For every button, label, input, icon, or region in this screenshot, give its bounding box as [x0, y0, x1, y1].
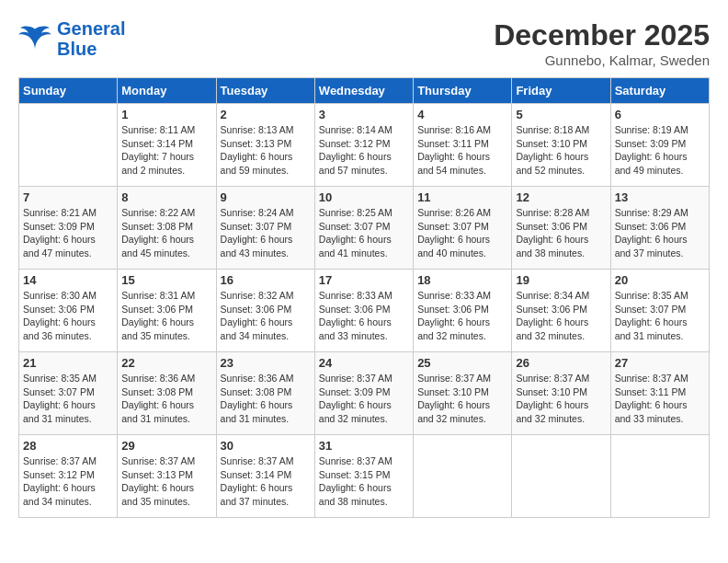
calendar-cell: 15Sunrise: 8:31 AM Sunset: 3:06 PM Dayli… — [118, 270, 216, 352]
day-number: 27 — [615, 356, 705, 370]
calendar-cell: 29Sunrise: 8:37 AM Sunset: 3:13 PM Dayli… — [118, 435, 216, 518]
calendar-header-row: SundayMondayTuesdayWednesdayThursdayFrid… — [19, 78, 710, 104]
day-info: Sunrise: 8:37 AM Sunset: 3:10 PM Dayligh… — [417, 372, 507, 426]
day-number: 9 — [221, 190, 311, 204]
calendar-cell: 7Sunrise: 8:21 AM Sunset: 3:09 PM Daylig… — [19, 187, 118, 270]
calendar-cell: 23Sunrise: 8:36 AM Sunset: 3:08 PM Dayli… — [216, 352, 314, 435]
day-number: 8 — [121, 190, 211, 204]
calendar-table: SundayMondayTuesdayWednesdayThursdayFrid… — [18, 77, 710, 518]
day-number: 31 — [319, 439, 409, 453]
day-info: Sunrise: 8:25 AM Sunset: 3:07 PM Dayligh… — [319, 206, 409, 260]
calendar-cell: 22Sunrise: 8:36 AM Sunset: 3:08 PM Dayli… — [118, 352, 216, 435]
day-number: 13 — [615, 190, 705, 204]
day-number: 25 — [417, 356, 507, 370]
day-header-monday: Monday — [118, 78, 216, 104]
calendar-cell: 5Sunrise: 8:18 AM Sunset: 3:10 PM Daylig… — [512, 104, 610, 187]
day-number: 23 — [221, 356, 311, 370]
day-number: 11 — [417, 190, 507, 204]
calendar-cell — [414, 435, 512, 518]
calendar-cell: 17Sunrise: 8:33 AM Sunset: 3:06 PM Dayli… — [314, 270, 413, 352]
day-info: Sunrise: 8:21 AM Sunset: 3:09 PM Dayligh… — [23, 206, 113, 260]
day-info: Sunrise: 8:37 AM Sunset: 3:12 PM Dayligh… — [23, 454, 113, 509]
day-info: Sunrise: 8:35 AM Sunset: 3:07 PM Dayligh… — [615, 289, 705, 343]
day-info: Sunrise: 8:33 AM Sunset: 3:06 PM Dayligh… — [417, 289, 507, 343]
day-number: 24 — [319, 356, 409, 370]
calendar-cell: 19Sunrise: 8:34 AM Sunset: 3:06 PM Dayli… — [512, 270, 610, 352]
calendar-cell: 26Sunrise: 8:37 AM Sunset: 3:10 PM Dayli… — [512, 352, 610, 435]
day-info: Sunrise: 8:29 AM Sunset: 3:06 PM Dayligh… — [615, 206, 705, 260]
day-number: 12 — [516, 190, 606, 204]
calendar-cell: 6Sunrise: 8:19 AM Sunset: 3:09 PM Daylig… — [610, 104, 709, 187]
day-info: Sunrise: 8:37 AM Sunset: 3:13 PM Dayligh… — [121, 454, 211, 509]
day-header-thursday: Thursday — [414, 78, 512, 104]
calendar-cell: 18Sunrise: 8:33 AM Sunset: 3:06 PM Dayli… — [414, 270, 512, 352]
day-info: Sunrise: 8:24 AM Sunset: 3:07 PM Dayligh… — [221, 206, 311, 260]
day-number: 19 — [516, 273, 606, 287]
day-number: 29 — [121, 439, 211, 453]
day-number: 10 — [319, 190, 409, 204]
day-number: 28 — [23, 439, 113, 453]
day-number: 5 — [516, 108, 606, 121]
day-info: Sunrise: 8:28 AM Sunset: 3:06 PM Dayligh… — [516, 206, 606, 260]
calendar-cell: 1Sunrise: 8:11 AM Sunset: 3:14 PM Daylig… — [118, 104, 216, 187]
day-number: 22 — [121, 356, 211, 370]
calendar-cell: 14Sunrise: 8:30 AM Sunset: 3:06 PM Dayli… — [19, 270, 118, 352]
calendar-cell: 10Sunrise: 8:25 AM Sunset: 3:07 PM Dayli… — [314, 187, 413, 270]
calendar-cell: 27Sunrise: 8:37 AM Sunset: 3:11 PM Dayli… — [610, 352, 709, 435]
logo: General Blue — [18, 18, 125, 59]
calendar-week-row: 7Sunrise: 8:21 AM Sunset: 3:09 PM Daylig… — [19, 187, 710, 270]
day-number: 7 — [23, 190, 113, 204]
day-header-wednesday: Wednesday — [314, 78, 413, 104]
calendar-cell: 20Sunrise: 8:35 AM Sunset: 3:07 PM Dayli… — [610, 270, 709, 352]
calendar-cell: 2Sunrise: 8:13 AM Sunset: 3:13 PM Daylig… — [216, 104, 314, 187]
day-info: Sunrise: 8:33 AM Sunset: 3:06 PM Dayligh… — [319, 289, 409, 343]
calendar-week-row: 21Sunrise: 8:35 AM Sunset: 3:07 PM Dayli… — [19, 352, 710, 435]
day-number: 21 — [23, 356, 113, 370]
calendar-cell: 16Sunrise: 8:32 AM Sunset: 3:06 PM Dayli… — [216, 270, 314, 352]
day-info: Sunrise: 8:37 AM Sunset: 3:14 PM Dayligh… — [221, 454, 311, 509]
day-number: 18 — [417, 273, 507, 287]
day-info: Sunrise: 8:13 AM Sunset: 3:13 PM Dayligh… — [221, 123, 311, 178]
day-info: Sunrise: 8:31 AM Sunset: 3:06 PM Dayligh… — [121, 289, 211, 343]
page-header: General Blue December 2025 Gunnebo, Kalm… — [18, 18, 710, 68]
day-info: Sunrise: 8:36 AM Sunset: 3:08 PM Dayligh… — [221, 372, 311, 426]
calendar-cell — [512, 435, 610, 518]
day-number: 6 — [615, 108, 705, 121]
calendar-week-row: 14Sunrise: 8:30 AM Sunset: 3:06 PM Dayli… — [19, 270, 710, 352]
day-number: 3 — [319, 108, 409, 121]
calendar-cell — [610, 435, 709, 518]
day-number: 4 — [417, 108, 507, 121]
calendar-week-row: 1Sunrise: 8:11 AM Sunset: 3:14 PM Daylig… — [19, 104, 710, 187]
calendar-cell: 25Sunrise: 8:37 AM Sunset: 3:10 PM Dayli… — [414, 352, 512, 435]
calendar-cell: 13Sunrise: 8:29 AM Sunset: 3:06 PM Dayli… — [610, 187, 709, 270]
day-info: Sunrise: 8:35 AM Sunset: 3:07 PM Dayligh… — [23, 372, 113, 426]
day-info: Sunrise: 8:18 AM Sunset: 3:10 PM Dayligh… — [516, 123, 606, 178]
calendar-cell: 12Sunrise: 8:28 AM Sunset: 3:06 PM Dayli… — [512, 187, 610, 270]
calendar-cell: 8Sunrise: 8:22 AM Sunset: 3:08 PM Daylig… — [118, 187, 216, 270]
day-info: Sunrise: 8:16 AM Sunset: 3:11 PM Dayligh… — [417, 123, 507, 178]
calendar-cell — [19, 104, 118, 187]
day-header-friday: Friday — [512, 78, 610, 104]
day-info: Sunrise: 8:22 AM Sunset: 3:08 PM Dayligh… — [121, 206, 211, 260]
calendar-cell: 9Sunrise: 8:24 AM Sunset: 3:07 PM Daylig… — [216, 187, 314, 270]
calendar-week-row: 28Sunrise: 8:37 AM Sunset: 3:12 PM Dayli… — [19, 435, 710, 518]
calendar-cell: 3Sunrise: 8:14 AM Sunset: 3:12 PM Daylig… — [314, 104, 413, 187]
day-info: Sunrise: 8:37 AM Sunset: 3:15 PM Dayligh… — [319, 454, 409, 509]
day-info: Sunrise: 8:34 AM Sunset: 3:06 PM Dayligh… — [516, 289, 606, 343]
day-header-sunday: Sunday — [19, 78, 118, 104]
day-number: 2 — [221, 108, 311, 121]
day-info: Sunrise: 8:32 AM Sunset: 3:06 PM Dayligh… — [221, 289, 311, 343]
title-area: December 2025 Gunnebo, Kalmar, Sweden — [494, 18, 710, 68]
calendar-cell: 24Sunrise: 8:37 AM Sunset: 3:09 PM Dayli… — [314, 352, 413, 435]
day-info: Sunrise: 8:19 AM Sunset: 3:09 PM Dayligh… — [615, 123, 705, 178]
logo-bird-icon — [18, 25, 51, 52]
day-number: 15 — [121, 273, 211, 287]
day-info: Sunrise: 8:30 AM Sunset: 3:06 PM Dayligh… — [23, 289, 113, 343]
logo-text: General Blue — [57, 18, 125, 59]
day-number: 26 — [516, 356, 606, 370]
day-info: Sunrise: 8:37 AM Sunset: 3:09 PM Dayligh… — [319, 372, 409, 426]
day-number: 14 — [23, 273, 113, 287]
calendar-cell: 28Sunrise: 8:37 AM Sunset: 3:12 PM Dayli… — [19, 435, 118, 518]
day-number: 1 — [121, 108, 211, 121]
day-number: 17 — [319, 273, 409, 287]
